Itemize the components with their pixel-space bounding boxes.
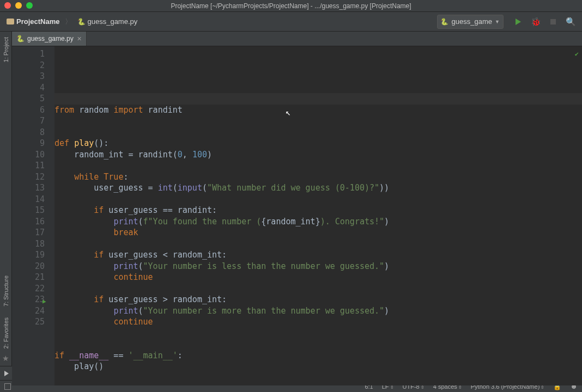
stop-button[interactable]	[545, 15, 561, 29]
code-line[interactable]: print("Your number is more than the numb…	[54, 305, 582, 317]
python-file-icon	[77, 18, 85, 26]
run-button[interactable]	[510, 15, 526, 29]
folder-icon	[7, 19, 14, 24]
search-icon: 🔍	[566, 17, 576, 27]
python-file-icon	[441, 18, 448, 26]
play-icon	[516, 19, 521, 25]
code-line[interactable]: def play():	[54, 138, 582, 149]
line-number[interactable]: 16	[12, 216, 45, 228]
chevron-right-icon: 〉	[65, 17, 72, 27]
code-line[interactable]	[54, 283, 582, 295]
line-number[interactable]: 14	[12, 194, 45, 205]
line-number[interactable]: 20	[12, 261, 45, 272]
code-line[interactable]: while True:	[54, 171, 582, 183]
star-icon: ★	[2, 354, 9, 363]
breadcrumb-file[interactable]: guess_game.py	[74, 16, 141, 27]
window-controls[interactable]	[4, 2, 33, 9]
favorites-tool-tab[interactable]: 2: Favorites	[3, 312, 9, 354]
tab-label: guess_game.py	[27, 35, 74, 42]
code-line[interactable]	[54, 328, 582, 339]
code-line[interactable]: play()	[54, 361, 582, 372]
line-number[interactable]: 6	[12, 105, 45, 116]
code-line[interactable]: print("Your number is less than the numb…	[54, 261, 582, 272]
minimize-window-button[interactable]	[15, 2, 22, 9]
line-number[interactable]: 23	[12, 294, 45, 305]
bug-icon: 🐞	[531, 17, 541, 27]
line-number[interactable]: 15	[12, 205, 45, 216]
line-number[interactable]: 5	[12, 93, 45, 105]
code-line[interactable]: random_int = randint(0, 100)	[54, 149, 582, 161]
stop-icon	[550, 19, 556, 24]
debug-button[interactable]: 🐞	[528, 15, 544, 29]
line-number[interactable]: 25	[12, 316, 45, 328]
line-number[interactable]: 22	[12, 283, 45, 295]
line-number[interactable]: 10	[12, 149, 45, 161]
search-everywhere-button[interactable]: 🔍	[562, 15, 579, 29]
code-line[interactable]	[54, 194, 582, 205]
code-line[interactable]: if __name__ == '__main__':	[54, 350, 582, 362]
project-tool-tab[interactable]: 1: Project	[3, 32, 9, 68]
navigation-bar: ProjectName 〉 guess_game.py guess_game ▼…	[0, 12, 582, 32]
line-number[interactable]: 4	[12, 82, 45, 94]
breadcrumb-file-label: guess_game.py	[87, 17, 137, 26]
line-number[interactable]: 7	[12, 115, 45, 127]
left-tool-rail: 1: Project 7: Structure 2: Favorites ★	[0, 32, 12, 366]
editor-tabs: guess_game.py ✕	[12, 32, 582, 46]
python-file-icon	[16, 35, 24, 42]
line-number[interactable]: 24	[12, 305, 45, 317]
run-config-selector[interactable]: guess_game ▼	[437, 15, 504, 29]
code-line[interactable]	[54, 238, 582, 250]
code-editor[interactable]: 1234567891011121314151617181920212223242…	[12, 46, 582, 385]
code-line[interactable]: print(f"You found the number ({random_in…	[54, 216, 582, 228]
line-number[interactable]: 1	[12, 48, 45, 60]
code-line[interactable]	[54, 160, 582, 171]
code-line[interactable]: from random import randint	[54, 105, 582, 116]
run-config-label: guess_game	[452, 17, 492, 26]
run-line-icon[interactable]: ▶	[43, 296, 46, 308]
code-line[interactable]: user_guess = int(input("What number did …	[54, 182, 582, 194]
window-title: ProjectName [~/PycharmProjects/ProjectNa…	[171, 2, 411, 10]
line-number[interactable]: 21	[12, 272, 45, 283]
chevron-down-icon: ▼	[495, 19, 500, 24]
line-number[interactable]: 18	[12, 238, 45, 250]
code-line[interactable]	[54, 115, 582, 127]
code-line[interactable]: continue	[54, 316, 582, 328]
line-number[interactable]: 12	[12, 171, 45, 183]
line-number[interactable]: 11	[12, 160, 45, 171]
line-number[interactable]: 8	[12, 127, 45, 138]
inspection-ok-icon[interactable]: ✔	[575, 48, 579, 60]
structure-tool-tab[interactable]: 7: Structure	[3, 270, 9, 312]
breadcrumb-project[interactable]: ProjectName	[3, 16, 63, 27]
code-line[interactable]: if user_guess == randint:	[54, 205, 582, 216]
line-number[interactable]: 2	[12, 60, 45, 71]
code-line[interactable]	[54, 339, 582, 350]
line-number[interactable]: 17	[12, 227, 45, 238]
line-number[interactable]: 9	[12, 138, 45, 149]
editor-code-area[interactable]: ✔ ↖ from random import randintdef play()…	[54, 46, 582, 385]
window-titlebar: ProjectName [~/PycharmProjects/ProjectNa…	[0, 0, 582, 12]
zoom-window-button[interactable]	[26, 2, 33, 9]
code-line[interactable]: if user_guess > random_int:	[54, 294, 582, 305]
code-line[interactable]: break	[54, 227, 582, 238]
tool-windows-toggle-icon[interactable]	[4, 383, 11, 390]
close-icon[interactable]: ✕	[77, 35, 82, 42]
code-line[interactable]: continue	[54, 272, 582, 283]
line-number[interactable]: 13	[12, 182, 45, 194]
close-window-button[interactable]	[4, 2, 11, 9]
editor-gutter[interactable]: 1234567891011121314151617181920212223242…	[12, 46, 54, 385]
play-icon	[4, 371, 9, 376]
breadcrumb-project-label: ProjectName	[16, 17, 59, 26]
code-line[interactable]	[54, 127, 582, 138]
editor-tab-guess-game[interactable]: guess_game.py ✕	[12, 32, 87, 46]
line-number[interactable]: 3	[12, 71, 45, 82]
code-line[interactable]	[54, 372, 582, 384]
line-number[interactable]: 19	[12, 249, 45, 261]
current-line-highlight	[54, 93, 582, 105]
code-line[interactable]: if user_guess < random_int:	[54, 249, 582, 261]
